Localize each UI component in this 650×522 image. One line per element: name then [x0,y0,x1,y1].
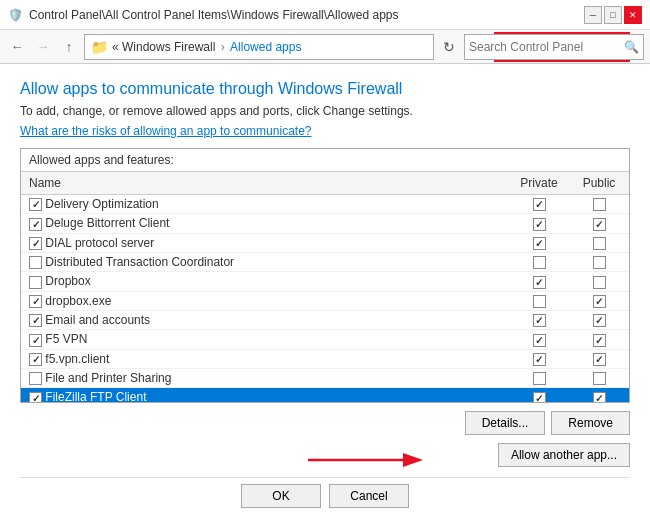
table-row[interactable]: f5.vpn.client [21,349,629,368]
public-checkbox[interactable] [593,198,606,211]
row-public[interactable] [569,349,629,368]
table-row[interactable]: Dropbox [21,272,629,291]
private-checkbox[interactable] [533,314,546,327]
table-row[interactable]: Email and accounts [21,310,629,329]
private-checkbox[interactable] [533,276,546,289]
table-row[interactable]: Distributed Transaction Coordinator [21,252,629,271]
forward-button[interactable]: → [32,36,54,58]
public-checkbox[interactable] [593,392,606,402]
row-private[interactable] [509,349,569,368]
public-checkbox[interactable] [593,218,606,231]
row-private[interactable] [509,233,569,252]
private-checkbox[interactable] [533,372,546,385]
up-button[interactable]: ↑ [58,36,80,58]
table-scroll[interactable]: Name Private Public Delivery Optimizatio… [21,172,629,402]
title-path: Control Panel\All Control Panel Items\Wi… [29,8,399,22]
apps-table: Name Private Public Delivery Optimizatio… [21,172,629,402]
row-private[interactable] [509,291,569,310]
private-checkbox[interactable] [533,237,546,250]
allow-another-row: Allow another app... [20,443,630,467]
minimize-button[interactable]: ─ [584,6,602,24]
red-arrow [308,440,428,470]
row-checkbox[interactable] [29,276,42,289]
table-row[interactable]: Delivery Optimization [21,195,629,214]
cancel-button[interactable]: Cancel [329,484,409,508]
row-checkbox[interactable] [29,353,42,366]
remove-button[interactable]: Remove [551,411,630,435]
col-private: Private [509,172,569,195]
row-private[interactable] [509,272,569,291]
table-row[interactable]: DIAL protocol server [21,233,629,252]
row-private[interactable] [509,214,569,233]
table-wrapper: Allowed apps and features: Name Private … [20,148,630,403]
row-public[interactable] [569,310,629,329]
row-private[interactable] [509,310,569,329]
row-name: DIAL protocol server [21,233,509,252]
table-row[interactable]: File and Printer Sharing [21,368,629,387]
public-checkbox[interactable] [593,237,606,250]
table-label: Allowed apps and features: [21,149,629,172]
row-checkbox[interactable] [29,237,42,250]
page-title: Allow apps to communicate through Window… [20,80,630,98]
details-button[interactable]: Details... [465,411,546,435]
row-private[interactable] [509,388,569,402]
row-checkbox[interactable] [29,218,42,231]
search-icon: 🔍 [624,40,639,54]
row-private[interactable] [509,252,569,271]
table-row[interactable]: F5 VPN [21,330,629,349]
row-private[interactable] [509,195,569,214]
row-public[interactable] [569,252,629,271]
ok-button[interactable]: OK [241,484,321,508]
public-checkbox[interactable] [593,334,606,347]
row-checkbox[interactable] [29,314,42,327]
search-input[interactable] [469,40,624,54]
table-row[interactable]: FileZilla FTP Client [21,388,629,402]
private-checkbox[interactable] [533,256,546,269]
refresh-button[interactable]: ↻ [438,36,460,58]
public-checkbox[interactable] [593,314,606,327]
private-checkbox[interactable] [533,295,546,308]
private-checkbox[interactable] [533,353,546,366]
public-checkbox[interactable] [593,353,606,366]
row-name: FileZilla FTP Client [21,388,509,402]
row-public[interactable] [569,368,629,387]
public-checkbox[interactable] [593,256,606,269]
row-checkbox[interactable] [29,198,42,211]
private-checkbox[interactable] [533,218,546,231]
row-public[interactable] [569,330,629,349]
row-name: Delivery Optimization [21,195,509,214]
row-public[interactable] [569,195,629,214]
row-checkbox[interactable] [29,372,42,385]
private-checkbox[interactable] [533,334,546,347]
risks-link[interactable]: What are the risks of allowing an app to… [20,124,311,138]
title-bar: 🛡️ Control Panel\All Control Panel Items… [0,0,650,30]
row-name: Email and accounts [21,310,509,329]
row-checkbox[interactable] [29,392,42,402]
public-checkbox[interactable] [593,295,606,308]
row-checkbox[interactable] [29,334,42,347]
public-checkbox[interactable] [593,372,606,385]
row-checkbox[interactable] [29,256,42,269]
close-button[interactable]: ✕ [624,6,642,24]
address-bar: ← → ↑ 📁 « Windows Firewall › Allowed app… [0,30,650,64]
row-private[interactable] [509,368,569,387]
public-checkbox[interactable] [593,276,606,289]
search-box[interactable]: 🔍 [464,34,644,60]
footer: OK Cancel [20,477,630,514]
private-checkbox[interactable] [533,392,546,402]
row-private[interactable] [509,330,569,349]
row-public[interactable] [569,291,629,310]
maximize-button[interactable]: □ [604,6,622,24]
row-public[interactable] [569,272,629,291]
row-public[interactable] [569,233,629,252]
table-row[interactable]: dropbox.exe [21,291,629,310]
row-public[interactable] [569,214,629,233]
private-checkbox[interactable] [533,198,546,211]
address-box[interactable]: 📁 « Windows Firewall › Allowed apps [84,34,434,60]
row-checkbox[interactable] [29,295,42,308]
back-button[interactable]: ← [6,36,28,58]
row-public[interactable] [569,388,629,402]
details-remove-row: Details... Remove [20,411,630,435]
table-row[interactable]: Deluge Bittorrent Client [21,214,629,233]
allow-another-button[interactable]: Allow another app... [498,443,630,467]
